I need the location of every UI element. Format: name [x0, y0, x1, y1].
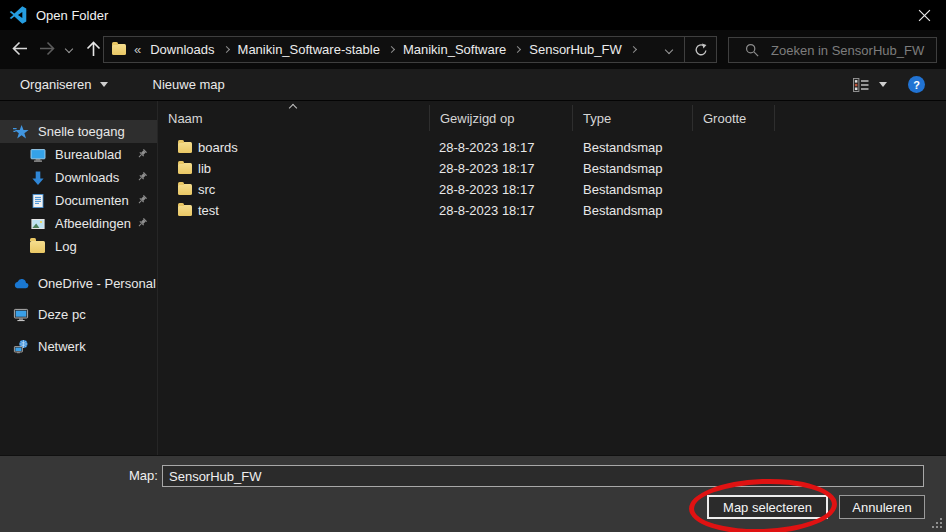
new-folder-button[interactable]: Nieuwe map	[147, 76, 231, 93]
chevron-right-icon	[223, 46, 230, 53]
recent-locations-button[interactable]	[66, 46, 72, 52]
file-type: Bestandsmap	[573, 200, 693, 221]
file-row[interactable]: boards 28-8-2023 18:17 Bestandsmap	[158, 137, 946, 158]
file-modified: 28-8-2023 18:17	[430, 158, 573, 179]
sidebar-item-log[interactable]: Log	[0, 235, 157, 258]
chevron-right-icon	[388, 46, 395, 53]
search-box	[728, 37, 937, 63]
sidebar-item-label: Deze pc	[38, 307, 86, 322]
forward-button[interactable]	[39, 40, 56, 57]
select-folder-button[interactable]: Map selecteren	[707, 495, 828, 519]
footer: Map: Map selecteren Annuleren	[0, 455, 946, 532]
navigation-bar: « Downloads Manikin_Software-stable Mani…	[0, 30, 946, 69]
titlebar: Open Folder	[0, 0, 946, 30]
file-row[interactable]: lib 28-8-2023 18:17 Bestandsmap	[158, 158, 946, 179]
picture-icon	[30, 216, 46, 232]
change-view-button[interactable]	[847, 77, 893, 93]
file-modified: 28-8-2023 18:17	[430, 179, 573, 200]
address-bar[interactable]: « Downloads Manikin_Software-stable Mani…	[103, 36, 717, 63]
column-header-label: Naam	[168, 111, 203, 126]
sidebar-item-desktop[interactable]: Bureaublad	[0, 143, 157, 166]
chevron-down-icon	[65, 45, 73, 53]
breadcrumb-item[interactable]: Manikin_Software-stable	[238, 42, 380, 57]
search-input[interactable]	[769, 42, 934, 59]
cancel-button[interactable]: Annuleren	[839, 495, 925, 519]
breadcrumb-item[interactable]: SensorHub_FW	[529, 42, 621, 57]
folder-icon	[178, 163, 192, 174]
sidebar-item-quick-access[interactable]: Snelle toegang	[0, 120, 157, 143]
window-title: Open Folder	[36, 8, 108, 23]
chevron-down-icon	[100, 82, 108, 87]
breadcrumb-overflow[interactable]: «	[134, 42, 141, 57]
file-name: lib	[198, 161, 211, 176]
file-modified: 28-8-2023 18:17	[430, 137, 573, 158]
pin-icon	[136, 148, 148, 160]
folder-icon	[178, 205, 192, 216]
main-content: Snelle toegang Bureaublad	[0, 101, 946, 455]
sidebar-item-label: Snelle toegang	[38, 124, 125, 139]
column-header-name[interactable]: Naam	[158, 105, 430, 131]
folder-icon	[178, 184, 192, 195]
back-arrow-icon	[11, 40, 28, 57]
folder-name-input[interactable]	[162, 465, 924, 487]
sort-ascending-icon	[289, 104, 297, 112]
column-header-type[interactable]: Type	[573, 105, 693, 131]
quick-access-star-icon	[13, 124, 29, 140]
sidebar-item-label: Documenten	[55, 193, 129, 208]
file-modified: 28-8-2023 18:17	[430, 200, 573, 221]
sidebar-item-label: Afbeeldingen	[55, 216, 131, 231]
breadcrumb-item[interactable]: Downloads	[150, 42, 214, 57]
chevron-right-icon	[514, 46, 521, 53]
open-folder-dialog: Open Folder « Do	[0, 0, 946, 532]
sidebar-item-this-pc[interactable]: Deze pc	[0, 303, 157, 326]
column-header-size[interactable]: Grootte	[693, 105, 775, 131]
chevron-down-icon	[665, 45, 673, 53]
sidebar-item-downloads[interactable]: Downloads	[0, 166, 157, 189]
sidebar-item-documents[interactable]: Documenten	[0, 189, 157, 212]
folder-icon	[30, 239, 46, 255]
file-name: boards	[198, 140, 238, 155]
sidebar-item-label: Downloads	[55, 170, 119, 185]
pin-icon	[136, 194, 148, 206]
chevron-right-icon	[630, 46, 637, 53]
file-type: Bestandsmap	[573, 137, 693, 158]
command-bar: Organiseren Nieuwe map ?	[0, 69, 946, 101]
file-name: test	[198, 203, 219, 218]
this-pc-icon	[13, 307, 29, 323]
column-headers: Naam Gewijzigd op Type Grootte	[158, 105, 946, 131]
file-row[interactable]: test 28-8-2023 18:17 Bestandsmap	[158, 200, 946, 221]
sidebar-item-label: Log	[55, 239, 77, 254]
chevron-down-icon	[879, 82, 887, 87]
refresh-button[interactable]	[684, 37, 716, 62]
download-arrow-icon	[30, 170, 46, 186]
sidebar-item-onedrive[interactable]: OneDrive - Personal	[0, 272, 157, 295]
network-icon	[13, 339, 29, 355]
up-button[interactable]	[85, 40, 102, 57]
help-button[interactable]: ?	[908, 76, 925, 93]
sidebar: Snelle toegang Bureaublad	[0, 101, 157, 455]
desktop-icon	[30, 147, 46, 163]
document-icon	[30, 193, 46, 209]
pin-icon	[136, 217, 148, 229]
column-header-modified[interactable]: Gewijzigd op	[430, 105, 573, 131]
forward-arrow-icon	[39, 40, 56, 57]
address-dropdown-button[interactable]	[654, 46, 684, 54]
sidebar-item-label: OneDrive - Personal	[38, 276, 156, 291]
details-view-icon	[853, 78, 870, 92]
resize-grip[interactable]	[931, 517, 943, 529]
sidebar-item-label: Bureaublad	[55, 147, 122, 162]
organize-button[interactable]: Organiseren	[14, 76, 114, 93]
file-row[interactable]: src 28-8-2023 18:17 Bestandsmap	[158, 179, 946, 200]
breadcrumb-item[interactable]: Manikin_Software	[403, 42, 506, 57]
vscode-icon	[9, 6, 27, 24]
folder-name-label: Map:	[129, 468, 158, 483]
file-list: Naam Gewijzigd op Type Grootte boards 28…	[158, 101, 946, 455]
back-button[interactable]	[11, 40, 28, 57]
file-type: Bestandsmap	[573, 158, 693, 179]
sidebar-item-network[interactable]: Netwerk	[0, 335, 157, 358]
close-button[interactable]	[902, 0, 946, 30]
organize-label: Organiseren	[20, 77, 92, 92]
file-type: Bestandsmap	[573, 179, 693, 200]
sidebar-item-pictures[interactable]: Afbeeldingen	[0, 212, 157, 235]
file-size	[693, 158, 775, 179]
